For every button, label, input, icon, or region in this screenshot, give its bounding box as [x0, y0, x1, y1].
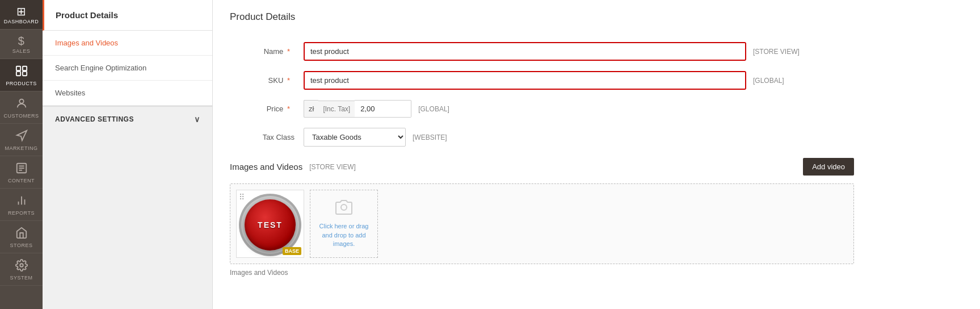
images-header: Images and Videos [STORE VIEW] Add video [230, 158, 854, 176]
tax-class-scope: [WEBSITE] [413, 133, 447, 141]
inc-tax-label: [Inc. Tax] [318, 101, 355, 118]
drag-handle-icon: ⠿ [239, 193, 245, 202]
nav-item-websites[interactable]: Websites [43, 81, 212, 106]
images-scope: [STORE VIEW] [309, 163, 356, 171]
name-field-row: Name * [STORE VIEW] [230, 42, 854, 61]
nav-item-label: mages and Videos [57, 39, 118, 47]
content-icon [15, 162, 28, 176]
required-star: * [287, 105, 290, 113]
sales-icon: $ [18, 35, 25, 47]
svg-rect-1 [22, 66, 26, 70]
sidebar-item-stores[interactable]: STORES [0, 221, 43, 253]
panel-title: Product Details [43, 0, 212, 31]
sidebar-item-system[interactable]: SYSTEM [0, 253, 43, 286]
price-field-row: Price * zł [Inc. Tax] [GLOBAL] [230, 100, 854, 118]
test-label: TEST [258, 220, 283, 229]
upload-placeholder[interactable]: Click here or drag and drop to add image… [310, 190, 378, 258]
sidebar-item-label: PRODUCTS [6, 81, 37, 86]
image-thumb-1: ⠿ TEST BASE [236, 190, 304, 258]
sidebar-item-customers[interactable]: CUSTOMERS [0, 91, 43, 124]
name-input-wrapper [304, 42, 746, 61]
sku-field-row: SKU * [GLOBAL] [230, 71, 854, 90]
left-panel: Product Details Images and Videos Search… [43, 0, 213, 309]
price-scope: [GLOBAL] [418, 105, 449, 113]
svg-rect-3 [22, 72, 26, 76]
svg-rect-0 [16, 66, 20, 70]
sidebar: ⊞ DASHBOARD $ SALES PRODUCTS CUSTOMERS M… [0, 0, 43, 309]
currency-symbol: zł [304, 100, 318, 118]
sidebar-item-label: REPORTS [8, 210, 35, 216]
customers-icon [15, 97, 28, 111]
right-content: Product Details Name * [STORE VIEW] SKU … [213, 0, 980, 309]
sidebar-item-content[interactable]: CONTENT [0, 156, 43, 189]
chevron-down-icon: ∨ [194, 115, 200, 124]
sidebar-item-label: CONTENT [8, 178, 35, 183]
images-section: Images and Videos [STORE VIEW] Add video… [230, 158, 854, 277]
images-sub-label: Images and Videos [230, 269, 854, 277]
nav-item-images-videos[interactable]: Images and Videos [43, 31, 212, 56]
page-title: Product Details [230, 11, 963, 28]
advanced-settings-label: ADVANCED SETTINGS [55, 115, 134, 123]
test-product-image: TEST [245, 199, 296, 250]
products-icon [15, 65, 28, 79]
system-icon [15, 259, 28, 273]
sidebar-item-label: MARKETING [5, 145, 37, 151]
tax-class-label: Tax Class [230, 133, 304, 141]
sidebar-item-sales[interactable]: $ SALES [0, 30, 43, 59]
name-input[interactable] [305, 43, 745, 60]
images-section-title: Images and Videos [230, 162, 302, 172]
svg-point-13 [341, 204, 347, 210]
nav-item-label: Search Engine Optimization [55, 64, 146, 72]
name-scope: [STORE VIEW] [753, 48, 800, 56]
sidebar-item-dashboard[interactable]: ⊞ DASHBOARD [0, 0, 43, 30]
camera-icon [335, 199, 353, 219]
dashboard-icon: ⊞ [16, 6, 27, 17]
tax-class-field-row: Tax Class Taxable Goods None [WEBSITE] [230, 128, 854, 147]
add-video-button[interactable]: Add video [803, 158, 854, 176]
nav-items: Images and Videos Search Engine Optimiza… [43, 31, 212, 106]
svg-point-4 [19, 99, 23, 103]
sku-scope: [GLOBAL] [753, 77, 784, 85]
sidebar-item-label: DASHBOARD [4, 19, 39, 24]
price-input-group: zł [Inc. Tax] [304, 100, 411, 118]
sidebar-item-reports[interactable]: REPORTS [0, 189, 43, 221]
reports-icon [15, 194, 28, 208]
main-area: Product Details Images and Videos Search… [43, 0, 980, 309]
svg-point-12 [20, 264, 23, 267]
sidebar-item-label: SALES [12, 48, 31, 54]
sku-input[interactable] [305, 72, 745, 89]
price-label: Price * [230, 105, 304, 113]
sidebar-item-marketing[interactable]: MARKETING [0, 124, 43, 156]
base-label: BASE [283, 247, 301, 255]
sku-label: SKU * [230, 76, 304, 85]
images-grid: ⠿ TEST BASE [230, 183, 854, 264]
sidebar-item-label: CUSTOMERS [4, 113, 39, 119]
price-input[interactable] [355, 100, 411, 118]
nav-item-label: Websites [55, 89, 85, 97]
sidebar-item-products[interactable]: PRODUCTS [0, 59, 43, 91]
marketing-icon [15, 130, 28, 144]
sidebar-item-label: SYSTEM [10, 275, 32, 281]
nav-item-seo[interactable]: Search Engine Optimization [43, 56, 212, 81]
sidebar-item-label: STORES [10, 243, 33, 248]
required-star: * [287, 47, 290, 56]
sku-input-wrapper [304, 71, 746, 90]
tax-class-select[interactable]: Taxable Goods None [304, 128, 406, 147]
upload-text: Click here or drag and drop to add image… [316, 222, 372, 248]
name-label: Name * [230, 47, 304, 56]
advanced-settings-toggle[interactable]: ADVANCED SETTINGS ∨ [43, 106, 212, 132]
required-star: * [287, 76, 290, 85]
svg-rect-2 [16, 72, 20, 76]
stores-icon [15, 227, 28, 241]
